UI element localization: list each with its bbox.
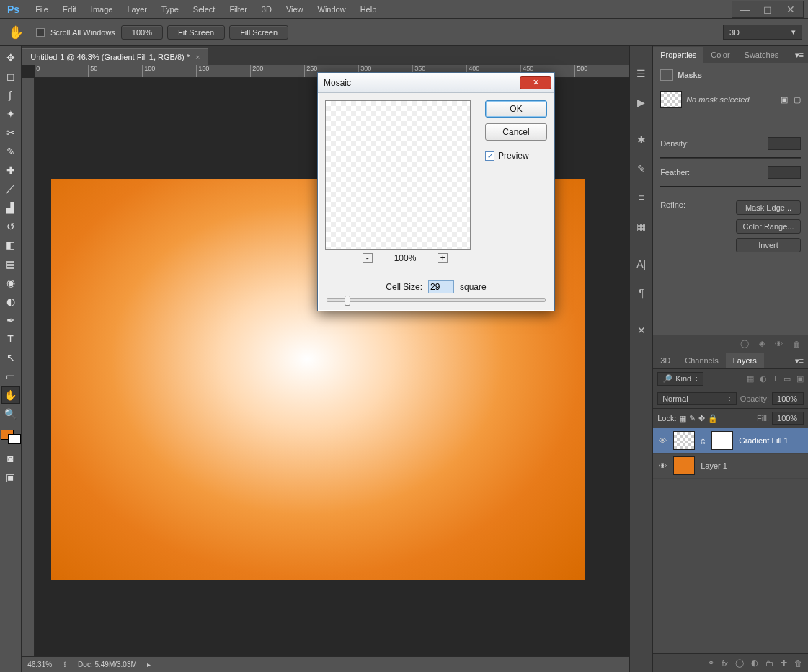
- workspace-dropdown[interactable]: 3D▾: [723, 25, 802, 40]
- dialog-close-button[interactable]: ✕: [520, 76, 551, 89]
- menu-select[interactable]: Select: [186, 2, 223, 17]
- menu-type[interactable]: Type: [154, 2, 186, 17]
- layer-filter-kind[interactable]: 🔎Kind÷: [657, 372, 703, 386]
- layer-thumb[interactable]: [673, 456, 695, 475]
- minimize-icon[interactable]: —: [740, 4, 750, 14]
- tab-3d[interactable]: 3D: [653, 353, 678, 368]
- color-swatches[interactable]: [1, 430, 21, 444]
- dialog-titlebar[interactable]: Mosaic ✕: [318, 73, 554, 93]
- layer-name[interactable]: Layer 1: [701, 461, 727, 470]
- delete-mask-icon[interactable]: 🗑: [793, 340, 801, 348]
- invert-button[interactable]: Invert: [736, 238, 801, 252]
- apply-mask-icon[interactable]: ◈: [759, 339, 765, 348]
- fill-screen-button[interactable]: Fill Screen: [229, 25, 288, 40]
- eraser-tool[interactable]: ◧: [1, 236, 20, 254]
- layers-panel-menu-icon[interactable]: ▾≡: [791, 353, 808, 368]
- dodge-tool[interactable]: ◐: [1, 293, 20, 310]
- crop-tool[interactable]: ✂: [1, 124, 20, 141]
- new-adjust-icon[interactable]: ◐: [751, 658, 758, 668]
- tab-channels[interactable]: Channels: [678, 353, 725, 368]
- tab-swatches[interactable]: Swatches: [737, 47, 786, 63]
- fit-screen-button[interactable]: Fit Screen: [167, 25, 225, 40]
- color-range-button[interactable]: Color Range...: [736, 219, 801, 234]
- lasso-tool[interactable]: ʃ: [1, 87, 20, 104]
- move-tool[interactable]: ✥: [1, 49, 20, 66]
- scroll-all-checkbox[interactable]: [36, 28, 45, 37]
- swatches-panel-icon[interactable]: ≡: [633, 189, 650, 206]
- menu-view[interactable]: View: [279, 2, 311, 17]
- cell-size-input[interactable]: [428, 280, 454, 293]
- lock-position-icon[interactable]: ✥: [698, 414, 705, 423]
- new-layer-icon[interactable]: ✚: [781, 658, 787, 668]
- density-slider[interactable]: [660, 157, 801, 159]
- add-mask-icon[interactable]: ◯: [735, 658, 744, 668]
- hand-tool[interactable]: ✋: [1, 386, 20, 404]
- paragraph-panel-icon[interactable]: ¶: [633, 284, 650, 301]
- styles-panel-icon[interactable]: ▦: [633, 218, 650, 235]
- gradient-tool[interactable]: ▤: [1, 255, 20, 273]
- filter-pixel-icon[interactable]: ▦: [747, 374, 754, 384]
- dialog-preview[interactable]: [325, 100, 471, 250]
- filter-adjust-icon[interactable]: ◐: [760, 374, 767, 384]
- layer-row[interactable]: 👁 ⎌ Gradient Fill 1: [653, 428, 808, 454]
- delete-layer-icon[interactable]: 🗑: [794, 659, 802, 668]
- marquee-tool[interactable]: ◻: [1, 68, 20, 85]
- background-swatch[interactable]: [8, 434, 21, 444]
- eyedropper-tool[interactable]: ✎: [1, 143, 20, 160]
- zoom-in-button[interactable]: +: [438, 253, 448, 263]
- filter-type-icon[interactable]: T: [773, 374, 778, 384]
- load-selection-icon[interactable]: ◯: [740, 339, 749, 348]
- cancel-button[interactable]: Cancel: [485, 123, 547, 141]
- path-tool[interactable]: ↖: [1, 349, 20, 366]
- layer-row[interactable]: 👁 Layer 1: [653, 454, 808, 479]
- feather-value[interactable]: [768, 166, 801, 179]
- status-arrow-icon[interactable]: ▸: [147, 660, 151, 668]
- screenmode-tool[interactable]: ▣: [1, 469, 20, 486]
- layer-name[interactable]: Gradient Fill 1: [739, 436, 788, 445]
- menu-file[interactable]: File: [28, 2, 56, 17]
- document-tab[interactable]: Untitled-1 @ 46.3% (Gradient Fill 1, RGB…: [22, 48, 208, 65]
- blend-mode-dropdown[interactable]: Normal÷: [657, 392, 737, 405]
- filter-shape-icon[interactable]: ▭: [783, 374, 791, 384]
- lock-pixels-icon[interactable]: ▦: [679, 414, 686, 423]
- type-tool[interactable]: T: [1, 330, 20, 348]
- zoom-100-button[interactable]: 100%: [121, 25, 163, 40]
- history-brush-tool[interactable]: ↺: [1, 218, 20, 235]
- status-zoom[interactable]: 46.31%: [27, 660, 52, 668]
- vector-mask-icon[interactable]: ▢: [794, 95, 801, 105]
- disable-mask-icon[interactable]: 👁: [775, 340, 783, 348]
- menu-image[interactable]: Image: [84, 2, 120, 17]
- document-tab-close-icon[interactable]: ×: [195, 53, 200, 61]
- actions-panel-icon[interactable]: ▶: [633, 94, 650, 111]
- slider-thumb[interactable]: [345, 296, 350, 306]
- navigator-panel-icon[interactable]: ✱: [633, 131, 650, 149]
- cell-size-slider[interactable]: [327, 298, 546, 302]
- brushes-panel-icon[interactable]: ✎: [633, 160, 650, 177]
- shape-tool[interactable]: ▭: [1, 368, 20, 385]
- mask-edge-button[interactable]: Mask Edge...: [736, 200, 801, 215]
- tab-color[interactable]: Color: [703, 47, 737, 63]
- brush-tool[interactable]: ／: [1, 180, 20, 198]
- close-icon[interactable]: ✕: [786, 4, 796, 14]
- zoom-tool[interactable]: 🔍: [1, 405, 20, 423]
- panel-menu-icon[interactable]: ▾≡: [791, 48, 808, 63]
- menu-window[interactable]: Window: [311, 2, 353, 17]
- character-panel-icon[interactable]: A|: [633, 255, 650, 273]
- tab-layers[interactable]: Layers: [726, 353, 764, 368]
- healing-tool[interactable]: ✚: [1, 162, 20, 179]
- lock-paint-icon[interactable]: ✎: [689, 414, 696, 423]
- menu-help[interactable]: Help: [353, 2, 384, 17]
- tools-panel-icon[interactable]: ✕: [633, 322, 650, 339]
- maximize-icon[interactable]: ◻: [763, 4, 773, 14]
- pixel-mask-icon[interactable]: ▣: [781, 95, 788, 105]
- history-panel-icon[interactable]: ☰: [633, 65, 650, 82]
- tab-properties[interactable]: Properties: [653, 47, 703, 63]
- status-export-icon[interactable]: ⇪: [62, 660, 68, 668]
- layer-visibility-icon[interactable]: 👁: [657, 461, 667, 470]
- menu-edit[interactable]: Edit: [56, 2, 84, 17]
- zoom-out-button[interactable]: -: [363, 253, 373, 263]
- blur-tool[interactable]: ◉: [1, 274, 20, 291]
- density-value[interactable]: [768, 137, 801, 150]
- lock-all-icon[interactable]: 🔒: [708, 414, 718, 423]
- wand-tool[interactable]: ✦: [1, 105, 20, 123]
